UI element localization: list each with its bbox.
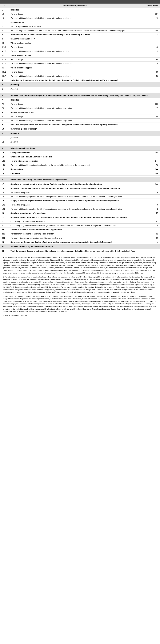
row-desc: For each additional page after the fifth… <box>9 207 141 211</box>
row-desc: Standard designation fee <box>9 110 141 114</box>
row-desc: Standard designation fee ² <box>9 37 141 41</box>
row-amount: 144 <box>141 182 160 186</box>
table-row: 21.1 Concerning one international regist… <box>0 220 160 224</box>
table-row: 22. Search in the list of owners of inte… <box>0 228 160 232</box>
table-row: 17. Supply of an extract from the Intern… <box>0 182 160 186</box>
footnote-1: 1. For international applications filed … <box>3 256 157 274</box>
row-amount <box>141 20 160 24</box>
row-amount <box>141 98 160 102</box>
row-desc: Surcharge for the communication of extra… <box>9 240 141 244</box>
row-desc: Publication fee ¹ <box>9 20 141 24</box>
row-amount: 1 <box>141 118 160 123</box>
row-amount: 57 <box>141 211 160 215</box>
row-num: 5. <box>0 78 9 82</box>
row-num: 2.2 <box>0 28 9 33</box>
table-row: 4.1 Where level one applies <box>0 41 160 45</box>
row-desc: For one reproduction to be published <box>9 24 141 28</box>
table-row: 4.2.1 For one design 60 <box>0 58 160 62</box>
row-num: 4.1.1 <box>0 45 9 49</box>
row-num: 12. <box>0 140 9 144</box>
col-header-chf: Swiss francs <box>141 4 160 8</box>
row-amount <box>141 186 160 190</box>
table-row: VII. Services Provided by the Internatio… <box>0 244 160 249</box>
row-num: 8. <box>0 110 9 114</box>
row-amount <box>141 140 160 144</box>
row-amount: 10 <box>141 236 160 240</box>
table-row: 9. Individual designation fee (the amoun… <box>0 123 160 127</box>
table-row: 1. Basic fee ¹ <box>0 8 160 12</box>
table-row: III. Renewal of an International Registr… <box>0 93 160 98</box>
table-row: 19. Supply of certified copies from the … <box>0 199 160 203</box>
row-num: 11. <box>0 136 9 140</box>
table-header-row: I. International Applications Swiss fran… <box>0 4 160 8</box>
row-num: 8.2 <box>0 118 9 123</box>
row-desc: For one design <box>9 12 141 16</box>
row-amount <box>141 215 160 220</box>
row-amount: 144 <box>141 167 160 171</box>
row-num: 20. <box>0 211 9 215</box>
row-num: 19.2 <box>0 207 9 211</box>
table-row: 13. Change in ownership 144 <box>0 151 160 155</box>
row-amount <box>141 199 160 203</box>
row-amount: 2 <box>141 49 160 53</box>
row-num: 4.2 <box>0 53 9 58</box>
row-amount <box>141 41 160 45</box>
row-num: 17. <box>0 182 9 186</box>
row-desc: Renunciation <box>9 167 141 171</box>
row-amount: 72 <box>141 163 160 167</box>
row-num: 4. <box>0 37 9 41</box>
row-num: 14.1 <box>0 159 9 163</box>
row-amount: 42 <box>141 45 160 49</box>
row-amount <box>141 53 160 58</box>
row-num: 2.1 <box>0 24 9 28</box>
table-row: 16. Limitation 144 <box>0 171 160 176</box>
row-amount: 10 <box>141 224 160 228</box>
row-desc: Per search by the name of a given person… <box>9 232 141 236</box>
row-amount <box>141 110 160 114</box>
row-num: 4.1.2 <box>0 49 9 53</box>
row-num: 9. <box>0 123 9 127</box>
row-desc: For one design <box>9 45 141 49</box>
row-desc: Change in ownership <box>9 151 141 155</box>
table-row: 6. [Deleted] <box>0 87 160 91</box>
table-row: 11. [Deleted] <box>0 136 160 140</box>
spacer-row <box>0 91 160 93</box>
table-row: 18.2 For each additional page after the … <box>0 194 160 199</box>
row-amount: 82 <box>141 232 160 236</box>
row-num: 7. <box>0 98 9 102</box>
row-num: 1.1 <box>0 12 9 16</box>
table-row: 4.1.1 For one design 42 <box>0 45 160 49</box>
row-num: 6. <box>0 87 9 91</box>
table-row: IV. [Deleted] <box>0 131 160 136</box>
row-num: III. <box>0 93 9 98</box>
row-amount: 82 <box>141 220 160 224</box>
row-desc: For each additional page after the fifth… <box>9 194 141 199</box>
row-amount <box>141 249 160 253</box>
row-desc: Supply of a photograph of a specimen <box>9 211 141 215</box>
row-num: IV. <box>0 131 9 136</box>
row-num: V. <box>0 146 9 151</box>
row-desc: For one design <box>9 102 141 106</box>
row-amount: 90 <box>141 70 160 74</box>
row-desc: Change of name and/or address of the hol… <box>9 155 141 159</box>
row-num: 1.2 <box>0 16 9 20</box>
row-desc: For one design <box>9 114 141 118</box>
row-desc: For each additional design included in t… <box>9 62 141 66</box>
table-row: 19.1 For the first five pages 46 <box>0 203 160 207</box>
row-amount: 20 <box>141 62 160 66</box>
table-row: 4.2.2 For each additional design include… <box>0 62 160 66</box>
table-row: 22.2 For each international registration… <box>0 236 160 240</box>
row-num: 24. <box>0 249 9 253</box>
row-desc: Supply of non-certified copies of the In… <box>9 186 141 190</box>
table-row: 3. Additional fee where the description … <box>0 33 160 37</box>
row-amount: 144 <box>141 171 160 176</box>
row-desc: Supply of certified copies from the Inte… <box>9 199 141 203</box>
table-row: 21.2 Concerning any additional internati… <box>0 224 160 228</box>
row-num: 16. <box>0 171 9 176</box>
row-desc: Supply of written information on the con… <box>9 215 141 220</box>
row-num: VII. <box>0 244 9 249</box>
row-amount <box>141 155 160 159</box>
row-desc: For each additional design included in t… <box>9 16 141 20</box>
row-amount: 50 <box>141 74 160 78</box>
row-num: 21. <box>0 215 9 220</box>
